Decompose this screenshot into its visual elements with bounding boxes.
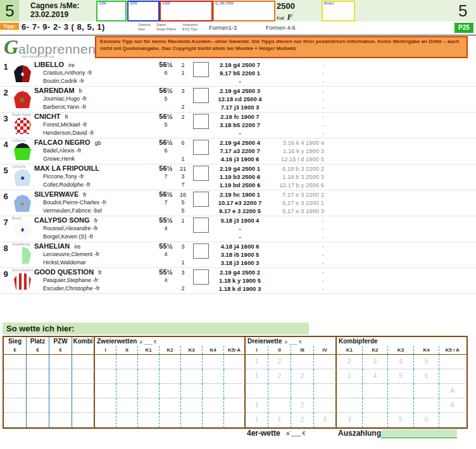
zweier-cell[interactable] bbox=[203, 355, 224, 369]
kombi-cell[interactable] bbox=[72, 398, 95, 413]
dreier-cell[interactable]: 1 bbox=[268, 413, 291, 427]
zweier-cell[interactable] bbox=[116, 413, 138, 427]
kombipferde-cell[interactable] bbox=[363, 398, 389, 413]
zweier-cell[interactable] bbox=[138, 413, 160, 427]
evq-tipp-input-box[interactable] bbox=[193, 192, 209, 207]
dreier-cell[interactable]: 2 bbox=[268, 355, 291, 369]
zweier-cell[interactable] bbox=[181, 413, 203, 427]
zweier-cell[interactable] bbox=[181, 369, 203, 384]
dreier-cell[interactable]: 2 bbox=[291, 413, 314, 427]
zweier-cell[interactable] bbox=[138, 384, 160, 398]
zweier-cell[interactable] bbox=[224, 355, 246, 369]
evq-tipp-input-box[interactable] bbox=[193, 269, 209, 285]
gqw-box[interactable]: GQW bbox=[160, 1, 213, 22]
qzw-box[interactable]: QZW bbox=[127, 1, 160, 22]
zweier-cell[interactable] bbox=[160, 384, 181, 398]
platz-cell[interactable] bbox=[27, 369, 49, 384]
kombipferde-cell[interactable] bbox=[439, 369, 465, 384]
evq-tipp-input-box[interactable] bbox=[193, 114, 209, 129]
dreier-cell[interactable]: 2 bbox=[291, 398, 314, 413]
zweier-cell[interactable] bbox=[160, 369, 181, 384]
zweier-stake[interactable]: a´___ € bbox=[139, 339, 156, 345]
zweier-cell[interactable] bbox=[95, 384, 116, 398]
kombipferde-cell[interactable]: 3 bbox=[363, 355, 389, 369]
kombipferde-cell[interactable] bbox=[363, 413, 389, 427]
evq-tipp-input-box[interactable] bbox=[193, 88, 209, 103]
dreier-cell[interactable]: 1 bbox=[246, 413, 268, 427]
dreier-cell[interactable] bbox=[268, 384, 291, 398]
zweier-cell[interactable] bbox=[138, 369, 160, 384]
gzw-box[interactable]: GZW bbox=[96, 1, 127, 22]
kombipferde-cell[interactable]: 4 bbox=[388, 355, 414, 369]
dreier-cell[interactable]: 2 bbox=[268, 369, 291, 384]
zweier-cell[interactable] bbox=[181, 398, 203, 413]
zweier-cell[interactable] bbox=[203, 398, 224, 413]
kombipferde-cell[interactable]: 2 bbox=[337, 355, 363, 369]
zweier-cell[interactable] bbox=[116, 398, 138, 413]
zweier-cell[interactable] bbox=[116, 384, 138, 398]
platz-cell[interactable] bbox=[27, 413, 49, 427]
kombipferde-cell[interactable] bbox=[439, 355, 465, 369]
kombipferde-cell[interactable] bbox=[388, 384, 414, 398]
zweier-cell[interactable] bbox=[160, 355, 181, 369]
kombipferde-cell[interactable]: A bbox=[439, 384, 465, 398]
dreier-cell[interactable]: 3 bbox=[314, 413, 337, 427]
pzw-cell[interactable] bbox=[49, 355, 72, 369]
dreier-stake[interactable]: a´___ € bbox=[284, 339, 301, 345]
zweier-cell[interactable] bbox=[224, 369, 246, 384]
sieg-cell[interactable] bbox=[4, 398, 27, 413]
kombipferde-cell[interactable]: 4 bbox=[363, 369, 389, 384]
dreier-cell[interactable] bbox=[291, 384, 314, 398]
platz-cell[interactable] bbox=[27, 355, 49, 369]
evq-tipp-input-box[interactable] bbox=[193, 140, 209, 155]
dreier-cell[interactable]: 2 bbox=[291, 369, 314, 384]
kombi-cell[interactable] bbox=[72, 355, 95, 369]
platz-cell[interactable] bbox=[27, 384, 49, 398]
sieg-cell[interactable] bbox=[4, 355, 27, 369]
dreier-cell[interactable]: 1 bbox=[246, 355, 268, 369]
zweier-cell[interactable] bbox=[224, 398, 246, 413]
kombipferde-cell[interactable]: 3 bbox=[337, 369, 363, 384]
kombipferde-cell[interactable] bbox=[414, 384, 440, 398]
zweier-cell[interactable] bbox=[95, 398, 116, 413]
kombi-cell[interactable] bbox=[72, 369, 95, 384]
kombipferde-cell[interactable] bbox=[414, 398, 440, 413]
kombipferde-cell[interactable] bbox=[439, 413, 465, 427]
kombipferde-cell[interactable]: A bbox=[439, 398, 465, 413]
zweier-cell[interactable] bbox=[224, 384, 246, 398]
zweier-cell[interactable] bbox=[138, 398, 160, 413]
pzw-cell[interactable] bbox=[49, 369, 72, 384]
evq-tipp-input-box[interactable] bbox=[193, 218, 209, 233]
zweier-cell[interactable] bbox=[138, 355, 160, 369]
dreier-cell[interactable] bbox=[314, 398, 337, 413]
kombipferde-cell[interactable]: 6 bbox=[414, 413, 440, 427]
zweier-cell[interactable] bbox=[116, 369, 138, 384]
zweier-cell[interactable] bbox=[95, 413, 116, 427]
sieg-cell[interactable] bbox=[4, 384, 27, 398]
zweier-cell[interactable] bbox=[203, 413, 224, 427]
zweier-cell[interactable] bbox=[95, 369, 116, 384]
sieg-cell[interactable] bbox=[4, 413, 27, 427]
kombipferde-cell[interactable] bbox=[388, 398, 414, 413]
dreier-cell[interactable] bbox=[314, 384, 337, 398]
kombipferde-cell[interactable]: 6 bbox=[414, 369, 440, 384]
dreier-cell[interactable] bbox=[268, 398, 291, 413]
einlauf-box[interactable]: Einlauf bbox=[322, 1, 355, 22]
kombipferde-cell[interactable] bbox=[337, 398, 363, 413]
kombipferde-cell[interactable] bbox=[337, 384, 363, 398]
zweier-cell[interactable] bbox=[181, 355, 203, 369]
kombipferde-cell[interactable]: 5 bbox=[414, 355, 440, 369]
zweier-cell[interactable] bbox=[160, 413, 181, 427]
pzw-cell[interactable] bbox=[49, 398, 72, 413]
zweier-cell[interactable] bbox=[95, 355, 116, 369]
sieg-cell[interactable] bbox=[4, 369, 27, 384]
pzw-cell[interactable] bbox=[49, 384, 72, 398]
zweier-cell[interactable] bbox=[181, 384, 203, 398]
evq-tipp-input-box[interactable] bbox=[193, 166, 209, 181]
kombipferde-cell[interactable]: 5 bbox=[388, 369, 414, 384]
qvwpzw-box[interactable]: Q_VW_PZW bbox=[213, 1, 275, 22]
zweier-cell[interactable] bbox=[203, 369, 224, 384]
dreier-cell[interactable] bbox=[314, 369, 337, 384]
kombi-cell[interactable] bbox=[72, 413, 95, 427]
evq-tipp-input-box[interactable] bbox=[193, 243, 209, 259]
